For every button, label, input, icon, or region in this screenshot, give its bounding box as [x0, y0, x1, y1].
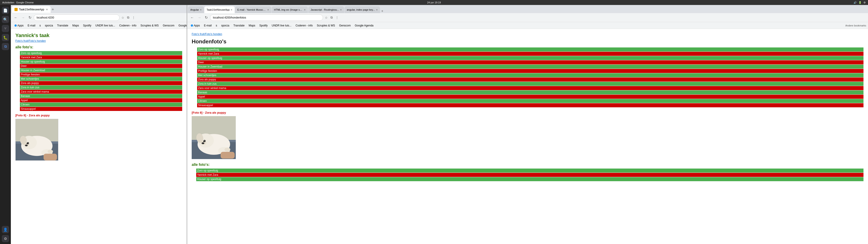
search-icon[interactable]: 🔍 — [2, 16, 9, 23]
list-item[interactable]: Sinaasappel — [20, 107, 182, 111]
tab-close-0[interactable]: ✕ — [200, 8, 202, 11]
bookmark-coderen-right[interactable]: Coderen - info — [293, 24, 314, 28]
list-item[interactable]: Met schoentjes — [197, 73, 864, 77]
list-item[interactable]: Citroen — [197, 99, 864, 103]
list-item[interactable]: Banaas — [20, 94, 182, 98]
bookmark-sporza-right[interactable]: sporza — [219, 24, 231, 28]
bookmark-google-agenda-left[interactable]: Google Agenda — [177, 24, 187, 28]
bookmark-spotify-left[interactable]: Spotify — [81, 24, 93, 28]
right-tab-4[interactable]: Javascript - Routingissu...✕ — [308, 6, 344, 13]
bookmark-scruples-right[interactable]: Scruples & WS — [315, 24, 337, 28]
account-icon[interactable]: 👤 — [2, 226, 9, 233]
list-item[interactable]: Zora in tuin zus — [197, 82, 864, 86]
list-item[interactable]: Zora in tuin zus — [20, 85, 182, 89]
os-activities[interactable]: Activiteiten — [2, 1, 14, 4]
bookmark-email-right[interactable]: E-mail — [202, 24, 213, 28]
forward-button-left[interactable]: → — [20, 15, 26, 21]
list-item[interactable]: Zara voor winkel mama — [20, 90, 182, 94]
list-item[interactable]: Prettige feesten — [197, 69, 864, 73]
bookmark-translate-left[interactable]: Translate — [55, 24, 70, 28]
extensions-icon[interactable]: ⧉ — [2, 43, 9, 50]
address-bar-right[interactable] — [210, 14, 323, 21]
tab-close-3[interactable]: ✕ — [304, 8, 306, 11]
debug-icon[interactable]: 🐛 — [2, 34, 9, 41]
bookmark-translate-right[interactable]: Translate — [231, 24, 246, 28]
breadcrumb-left[interactable]: Foto's fruit/Foto's honden — [16, 39, 182, 42]
bookmark-sporza-left[interactable]: sporza — [43, 24, 55, 28]
list-item[interactable]: Appel — [20, 98, 182, 102]
partial-list-item[interactable]: Yannick met Zara — [196, 173, 864, 177]
right-tab-3[interactable]: HTML img src (Image so...✕ — [272, 6, 308, 13]
files-icon[interactable]: 📄 — [2, 7, 9, 14]
bookmark-undr-left[interactable]: UNDR live luis... — [94, 24, 117, 28]
list-item[interactable]: Zora als puppy — [20, 81, 182, 85]
tab-close-1[interactable]: ✕ — [230, 8, 232, 11]
list-item[interactable]: Sinaasappel — [197, 103, 864, 107]
bookmark-maps-right[interactable]: Maps — [247, 24, 257, 28]
address-bar-left[interactable] — [34, 14, 120, 21]
list-item[interactable]: Deer — [197, 60, 864, 64]
bookmark-star-left[interactable]: ☆ — [121, 15, 125, 20]
list-item[interactable]: Houser op speeltuig — [20, 60, 182, 64]
bookmark-maps-left[interactable]: Maps — [70, 24, 81, 28]
right-tab-1[interactable]: Taak1SetNieuweApp✕ — [204, 6, 235, 13]
bookmarks-more-right[interactable]: Andere bookmarks — [845, 24, 866, 27]
back-button-left[interactable]: ← — [13, 15, 19, 21]
bookmark-sporza-label-right: sporza — [221, 24, 229, 27]
list-item[interactable]: Zara voor winkel mama — [197, 86, 864, 90]
settings-icon[interactable]: ⚙ — [2, 235, 9, 242]
tab-close-5[interactable]: ✕ — [376, 8, 378, 11]
reload-button-left[interactable]: ↻ — [27, 14, 33, 21]
bookmark-star-right[interactable]: ☆ — [324, 15, 329, 20]
bookmark-apps-right[interactable]: Apps — [189, 24, 202, 28]
bookmark-undr-right[interactable]: UNDR live luis... — [270, 24, 293, 28]
bookmark-s-right[interactable]: s — [214, 24, 219, 28]
left-active-tab[interactable]: Taak1SetNieuweApp ✕ — [12, 6, 51, 13]
list-item[interactable]: Citroen — [20, 102, 182, 106]
new-tab-button-left[interactable]: + — [52, 7, 54, 11]
tab-close-2[interactable]: ✕ — [267, 8, 269, 11]
new-tab-button-right[interactable]: + — [380, 9, 384, 13]
bookmark-google-agenda-right[interactable]: Google Agenda — [353, 24, 375, 28]
breadcrumb-right[interactable]: Foto's fruit/Foto's honden — [192, 33, 864, 36]
tab-close-4[interactable]: ✕ — [340, 8, 342, 11]
list-item[interactable]: Zoro op speeltuig — [197, 48, 864, 52]
right-tab-5[interactable]: angular, index page key...✕ — [344, 6, 380, 13]
bookmark-apps-left[interactable]: Apps — [13, 24, 25, 28]
os-settings-icon[interactable]: ⚙ — [864, 1, 866, 4]
list-item[interactable]: Zoro op speeltuig — [20, 51, 182, 55]
list-item[interactable]: Deer — [20, 64, 182, 68]
list-item[interactable]: Yannick met Zara — [197, 52, 864, 56]
list-item[interactable]: Houser in Zwembad — [20, 68, 182, 72]
forward-button-right[interactable]: → — [196, 15, 203, 21]
list-item[interactable]: Houser in Zwembad — [197, 65, 864, 69]
menu-btn-right[interactable]: ⋮ — [335, 15, 340, 20]
bookmark-genscom-left[interactable]: Genscom — [161, 24, 176, 28]
list-item[interactable]: Appel — [197, 95, 864, 99]
list-item[interactable]: Met schoentjes — [20, 77, 182, 81]
left-tab-close[interactable]: ✕ — [46, 8, 48, 11]
menu-btn-left[interactable]: ⋮ — [131, 15, 136, 20]
right-tab-0[interactable]: Angular✕ — [188, 6, 204, 13]
bookmark-scruples-left[interactable]: Scruples & WS — [138, 24, 160, 28]
bookmark-genscom-label-left: Genscom — [163, 24, 174, 27]
back-button-right[interactable]: ← — [189, 15, 195, 21]
list-item[interactable]: Houser op speeltuig — [197, 56, 864, 60]
right-tab-2[interactable]: E-mail - Yannick Mussch...✕ — [235, 6, 271, 13]
source-control-icon[interactable]: ⑂ — [2, 25, 9, 32]
partial-list-item[interactable]: Houser op speeltuig — [196, 177, 864, 181]
extensions-btn-right[interactable]: ⧉ — [330, 15, 334, 20]
list-item[interactable]: Prettige feesten — [20, 72, 182, 77]
partial-list-item[interactable]: Zoro op speeltuig — [196, 169, 864, 173]
bookmark-s-left[interactable]: s — [37, 24, 42, 28]
bookmark-email-left[interactable]: E-mail — [26, 24, 37, 28]
bookmark-spotify-right[interactable]: Spotify — [257, 24, 270, 28]
list-item[interactable]: Yannick met Zara — [20, 55, 182, 59]
reload-button-right[interactable]: ↻ — [204, 14, 209, 21]
bookmark-genscom-right[interactable]: Genscom — [337, 24, 352, 28]
list-item[interactable]: Banaas — [197, 90, 864, 94]
bookmark-coderen-left[interactable]: Coderen - info — [117, 24, 138, 28]
extensions-btn-left[interactable]: ⧉ — [126, 15, 130, 20]
os-volume-icon[interactable]: 🔊 — [854, 1, 857, 4]
list-item[interactable]: Zora als puppy — [197, 78, 864, 82]
